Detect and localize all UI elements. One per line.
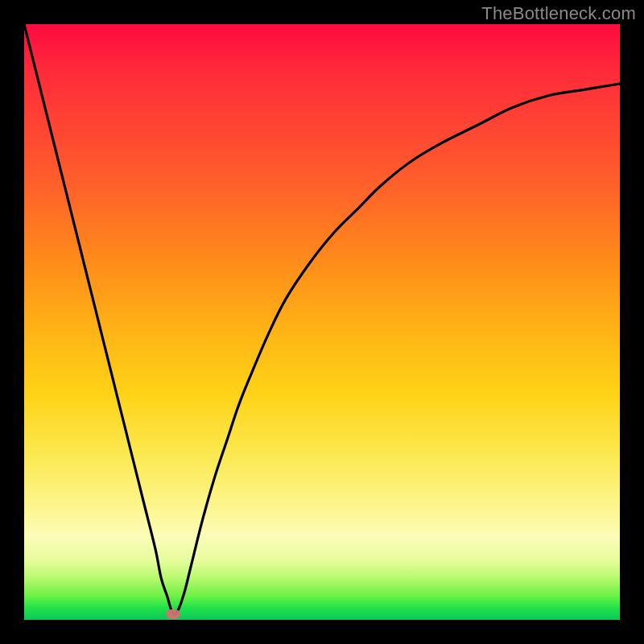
curve-path [24,24,620,614]
chart-frame: TheBottleneck.com [0,0,644,644]
optimum-marker [166,609,180,619]
watermark-text: TheBottleneck.com [481,3,636,24]
plot-area [24,24,620,620]
bottleneck-curve [24,24,620,620]
